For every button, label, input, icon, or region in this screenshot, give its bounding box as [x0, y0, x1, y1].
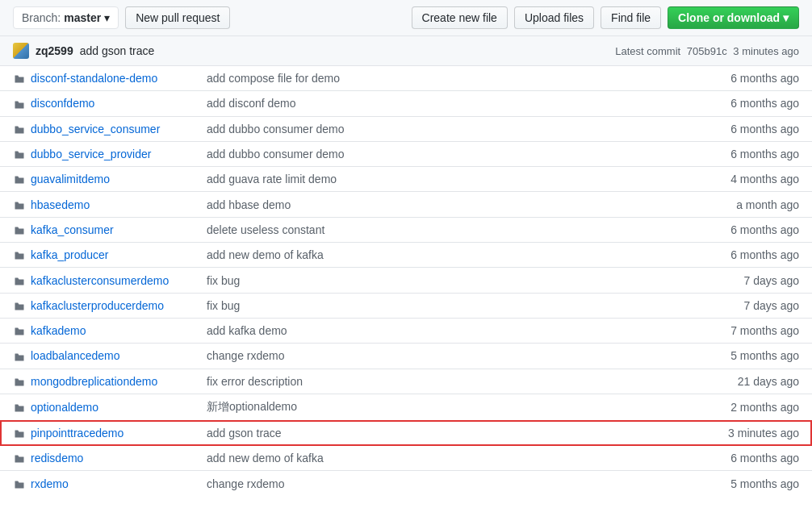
commit-message-cell: add dubbo consumer demo [194, 116, 699, 141]
time-cell: 21 days ago [699, 369, 812, 394]
table-row: kafkaclusterconsumerdemo fix bug 7 days … [0, 268, 812, 293]
table-row: redisdemo add new demo of kafka 6 months… [0, 446, 812, 471]
file-name-cell: rxdemo [0, 471, 194, 496]
file-name-cell: disconf-standalone-demo [0, 66, 194, 91]
branch-name: master [64, 11, 101, 24]
time-cell: 6 months ago [699, 141, 812, 166]
commit-author[interactable]: zq2599 [36, 44, 73, 57]
commit-message-cell: add kafka demo [194, 318, 699, 343]
commit-message-cell: 新增optionaldemo [194, 394, 699, 420]
time-cell: 6 months ago [699, 446, 812, 471]
table-row: kafkaclusterproducerdemo fix bug 7 days … [0, 293, 812, 318]
file-table: disconf-standalone-demo add compose file… [0, 66, 812, 496]
time-cell: 6 months ago [699, 66, 812, 91]
file-name-cell: kafka_consumer [0, 217, 194, 242]
time-cell: 4 months ago [699, 167, 812, 192]
commit-hash[interactable]: 705b91c [687, 45, 727, 57]
table-row: pinpointtracedemo add gson trace 3 minut… [0, 420, 812, 445]
time-cell: 6 months ago [699, 243, 812, 268]
file-link[interactable]: kafka_producer [31, 248, 109, 261]
file-link[interactable]: dubbo_service_provider [31, 148, 151, 160]
file-name-cell: optionaldemo [0, 394, 194, 420]
commit-message-cell: change rxdemo [194, 471, 699, 496]
time-cell: 7 days ago [699, 268, 812, 293]
folder-icon [13, 223, 31, 236]
branch-selector[interactable]: Branch: master ▾ [13, 6, 119, 29]
folder-icon [13, 349, 31, 362]
commit-message-cell: add dubbo consumer demo [194, 141, 699, 166]
file-name-cell: redisdemo [0, 446, 194, 471]
folder-icon [13, 452, 31, 464]
file-link[interactable]: kafkaclusterconsumerdemo [31, 274, 169, 287]
file-link[interactable]: rxdemo [31, 477, 69, 490]
toolbar: Branch: master ▾ New pull request Create… [0, 0, 812, 36]
file-name-cell: dubbo_service_consumer [0, 116, 194, 141]
file-name-cell: kafkaclusterconsumerdemo [0, 268, 194, 293]
table-row: rxdemo change rxdemo 5 months ago [0, 471, 812, 496]
file-name-cell: mongodbreplicationdemo [0, 369, 194, 394]
table-row: disconfdemo add disconf demo 6 months ag… [0, 91, 812, 116]
commit-message-cell: add new demo of kafka [194, 446, 699, 471]
time-cell: 5 months ago [699, 344, 812, 369]
file-link[interactable]: kafkademo [31, 324, 86, 337]
file-name-cell: guavalimitdemo [0, 167, 194, 192]
time-cell: 2 months ago [699, 394, 812, 420]
file-link[interactable]: loadbalancedemo [31, 349, 120, 362]
commit-bar: zq2599 add gson trace Latest commit 705b… [0, 36, 812, 66]
create-new-file-button[interactable]: Create new file [412, 6, 508, 29]
folder-icon [13, 477, 31, 489]
commit-message-cell: fix error description [194, 369, 699, 394]
commit-message-cell: add gson trace [194, 420, 699, 445]
file-link[interactable]: disconfdemo [31, 97, 94, 110]
folder-icon [13, 97, 31, 110]
commit-meta: Latest commit 705b91c 3 minutes ago [615, 45, 799, 57]
time-cell: 7 days ago [699, 293, 812, 318]
file-link[interactable]: kafka_consumer [31, 223, 114, 236]
folder-icon [13, 324, 31, 337]
folder-icon [13, 123, 31, 135]
table-row: disconf-standalone-demo add compose file… [0, 66, 812, 91]
file-link[interactable]: redisdemo [31, 452, 83, 464]
commit-message-cell: add hbase demo [194, 192, 699, 217]
file-name-cell: kafka_producer [0, 243, 194, 268]
new-pull-request-button[interactable]: New pull request [125, 6, 230, 29]
file-name-cell: kafkademo [0, 318, 194, 343]
toolbar-left: Branch: master ▾ New pull request [13, 6, 230, 29]
folder-icon [13, 173, 31, 185]
avatar [13, 43, 29, 59]
file-link[interactable]: pinpointtracedemo [31, 427, 123, 439]
time-cell: 6 months ago [699, 91, 812, 116]
table-row: dubbo_service_provider add dubbo consume… [0, 141, 812, 166]
folder-icon [13, 401, 31, 414]
time-cell: 7 months ago [699, 318, 812, 343]
commit-message-cell: change rxdemo [194, 344, 699, 369]
folder-icon [13, 198, 31, 210]
commit-time: 3 minutes ago [733, 45, 799, 57]
upload-files-button[interactable]: Upload files [514, 6, 594, 29]
time-cell: a month ago [699, 192, 812, 217]
file-link[interactable]: guavalimitdemo [31, 173, 110, 185]
commit-message-cell: add disconf demo [194, 91, 699, 116]
time-cell: 6 months ago [699, 217, 812, 242]
file-name-cell: disconfdemo [0, 91, 194, 116]
file-link[interactable]: hbasedemo [31, 198, 90, 211]
file-link[interactable]: optionaldemo [31, 401, 98, 414]
file-link[interactable]: mongodbreplicationdemo [31, 375, 157, 388]
toolbar-right: Create new file Upload files Find file C… [412, 6, 799, 29]
file-name-cell: dubbo_service_provider [0, 141, 194, 166]
table-row: hbasedemo add hbase demo a month ago [0, 192, 812, 217]
commit-message-cell: add new demo of kafka [194, 243, 699, 268]
folder-icon [13, 72, 31, 85]
file-link[interactable]: disconf-standalone-demo [31, 72, 157, 85]
time-cell: 3 minutes ago [699, 420, 812, 445]
commit-message-cell: add compose file for demo [194, 66, 699, 91]
file-link[interactable]: kafkaclusterproducerdemo [31, 299, 164, 312]
find-file-button[interactable]: Find file [601, 6, 661, 29]
chevron-down-icon: ▾ [104, 11, 110, 24]
folder-icon [13, 299, 31, 312]
clone-or-download-button[interactable]: Clone or download ▾ [668, 6, 799, 29]
file-link[interactable]: dubbo_service_consumer [31, 123, 160, 135]
time-cell: 5 months ago [699, 471, 812, 496]
table-row: dubbo_service_consumer add dubbo consume… [0, 116, 812, 141]
folder-icon [13, 375, 31, 388]
